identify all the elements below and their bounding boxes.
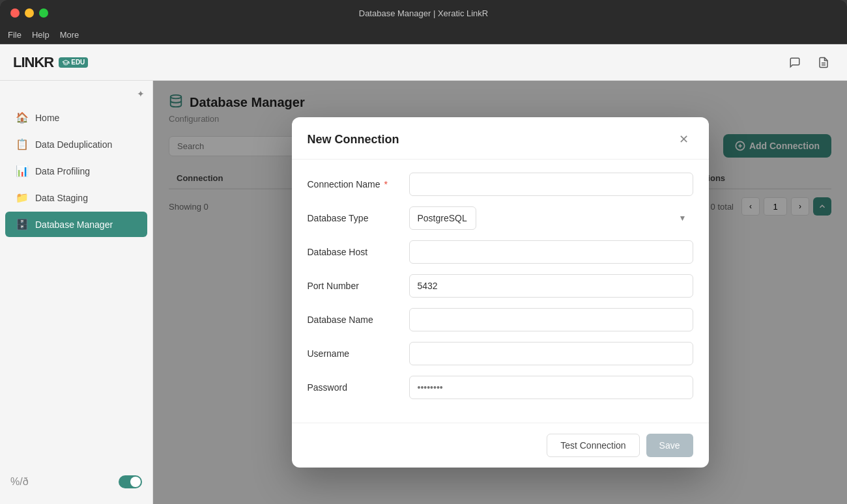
- maximize-button[interactable]: [39, 8, 48, 18]
- window-controls: [10, 8, 48, 18]
- chat-icon[interactable]: [784, 52, 805, 73]
- toggle-knob: [130, 477, 141, 487]
- modal-header: New Connection ✕: [292, 117, 709, 160]
- database-manager-icon: 🗄️: [16, 218, 29, 231]
- sidebar-bottom: %/ð: [0, 468, 152, 496]
- port-number-label: Port Number: [308, 274, 399, 291]
- database-name-label: Database Name: [308, 308, 399, 325]
- password-label: Password: [308, 376, 399, 393]
- sidebar-item-data-profiling[interactable]: 📊 Data Profiling: [5, 158, 147, 184]
- modal-title: New Connection: [308, 133, 399, 147]
- logo-badge: EDU: [59, 57, 88, 68]
- app-container: LINKR EDU ✦: [0, 44, 847, 504]
- sidebar-item-data-deduplication[interactable]: 📋 Data Deduplication: [5, 132, 147, 157]
- save-button[interactable]: Save: [646, 434, 693, 457]
- menubar: File Help More: [0, 26, 847, 44]
- sidebar-item-data-staging[interactable]: 📁 Data Staging: [5, 185, 147, 210]
- test-connection-button[interactable]: Test Connection: [547, 434, 639, 457]
- modal-close-button[interactable]: ✕: [675, 130, 693, 148]
- app-header: LINKR EDU: [0, 44, 847, 81]
- password-input[interactable]: [409, 376, 693, 399]
- form-row-database-name: Database Name: [308, 308, 693, 331]
- required-marker: *: [382, 179, 388, 189]
- database-type-select[interactable]: PostgreSQL MySQL SQLite MSSQL Oracle: [409, 206, 476, 230]
- database-host-label: Database Host: [308, 240, 399, 257]
- database-host-input[interactable]: [409, 240, 693, 264]
- menu-more[interactable]: More: [60, 30, 79, 40]
- close-button[interactable]: [10, 8, 20, 18]
- window-title: Database Manager | Xeratic LinkR: [359, 8, 488, 18]
- sidebar-item-database-manager[interactable]: 🗄️ Database Manager: [5, 212, 147, 237]
- sidebar-item-home[interactable]: 🏠 Home: [5, 105, 147, 130]
- content-area: Database Manager Configuration Add Conne…: [153, 81, 847, 504]
- menu-help[interactable]: Help: [32, 30, 50, 40]
- sidebar-item-profiling-label: Data Profiling: [35, 166, 90, 176]
- database-type-label: Database Type: [308, 206, 399, 223]
- form-row-username: Username: [308, 342, 693, 365]
- logo-text: LINKR: [13, 54, 53, 71]
- titlebar: Database Manager | Xeratic LinkR: [0, 0, 847, 26]
- home-icon: 🏠: [16, 111, 29, 124]
- connection-name-input[interactable]: [409, 173, 693, 196]
- edu-icon: [62, 59, 70, 66]
- modal-footer: Test Connection Save: [292, 423, 709, 468]
- form-row-connection-name: Connection Name *: [308, 173, 693, 196]
- sidebar-item-home-label: Home: [35, 113, 59, 123]
- select-arrow-icon: ▼: [679, 214, 687, 223]
- theme-toggle[interactable]: [119, 475, 142, 488]
- connection-name-label: Connection Name *: [308, 173, 399, 189]
- sidebar-item-db-manager-label: Database Manager: [35, 219, 113, 230]
- collapse-icon[interactable]: ✦: [137, 89, 145, 99]
- percent-icon: %/ð: [10, 476, 29, 488]
- sidebar-item-staging-label: Data Staging: [35, 193, 88, 203]
- form-row-password: Password: [308, 376, 693, 399]
- sidebar: ✦ 🏠 Home 📋 Data Deduplication 📊 Data Pro…: [0, 81, 153, 504]
- logo-area: LINKR EDU: [13, 54, 88, 71]
- modal-body: Connection Name * Database Type PostgreS…: [292, 160, 709, 423]
- deduplication-icon: 📋: [16, 138, 29, 150]
- form-row-database-host: Database Host: [308, 240, 693, 264]
- form-row-database-type: Database Type PostgreSQL MySQL SQLite MS…: [308, 206, 693, 230]
- document-icon[interactable]: [813, 52, 834, 73]
- staging-icon: 📁: [16, 191, 29, 204]
- profiling-icon: 📊: [16, 165, 29, 177]
- sidebar-collapse: ✦: [0, 89, 152, 104]
- modal-overlay: New Connection ✕ Connection Name *: [153, 81, 847, 504]
- new-connection-modal: New Connection ✕ Connection Name *: [292, 117, 709, 468]
- sidebar-item-dedup-label: Data Deduplication: [35, 139, 112, 150]
- header-icons: [784, 52, 834, 73]
- main-content: ✦ 🏠 Home 📋 Data Deduplication 📊 Data Pro…: [0, 81, 847, 504]
- username-label: Username: [308, 342, 399, 359]
- database-type-select-wrapper: PostgreSQL MySQL SQLite MSSQL Oracle ▼: [409, 206, 693, 230]
- form-row-port-number: Port Number: [308, 274, 693, 298]
- port-number-input[interactable]: [409, 274, 693, 298]
- menu-file[interactable]: File: [8, 30, 22, 40]
- database-name-input[interactable]: [409, 308, 693, 331]
- minimize-button[interactable]: [25, 8, 34, 18]
- username-input[interactable]: [409, 342, 693, 365]
